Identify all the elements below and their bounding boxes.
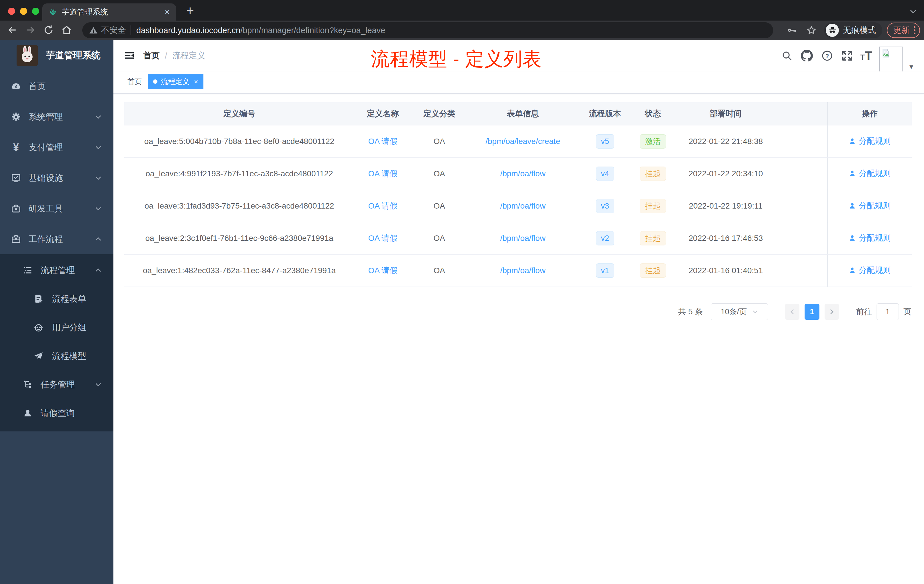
tag-home[interactable]: 首页 (122, 74, 147, 89)
form-link[interactable]: /bpm/oa/leave/create (485, 137, 560, 146)
window-controls[interactable] (8, 8, 39, 15)
definition-category: OA (411, 125, 467, 157)
tab-search-chevron-icon[interactable] (909, 7, 917, 15)
browser-tab[interactable]: 芋道管理系统 × (42, 3, 176, 21)
form-link[interactable]: /bpm/oa/flow (500, 201, 546, 210)
window-minimize-button[interactable] (20, 8, 27, 15)
definition-name-link[interactable]: OA 请假 (368, 137, 398, 146)
sidebar-item-home[interactable]: 首页 (0, 71, 114, 101)
definition-id: oa_leave:4:991f2193-7b7f-11ec-a3c8-acde4… (124, 157, 354, 190)
sidebar-item-workflow[interactable]: 工作流程 (0, 224, 114, 254)
home-icon[interactable] (61, 25, 72, 35)
sidebar-item-user-group[interactable]: 用户分组 (0, 313, 114, 342)
assign-rule-link[interactable]: 分配规则 (848, 136, 891, 147)
address-bar[interactable]: 不安全 dashboard.yudao.iocoder.cn/bpm/manag… (82, 22, 773, 38)
user-avatar[interactable] (879, 46, 903, 73)
sidebar-item-task-management[interactable]: 任务管理 (0, 370, 114, 399)
chevron-left-icon (789, 308, 796, 315)
deploy-time: 2022-01-16 17:46:53 (674, 222, 777, 254)
status-badge: 激活 (640, 134, 666, 148)
pagination-total: 共 5 条 (678, 306, 703, 317)
paper-plane-icon (34, 351, 43, 361)
goto-label: 前往 (856, 306, 872, 317)
version-badge: v1 (596, 264, 614, 278)
tags-view-bar: 首页 流程定义 × (114, 71, 924, 94)
svg-text:?: ? (825, 53, 829, 59)
assign-rule-link[interactable]: 分配规则 (848, 200, 891, 211)
sidebar-item-devtools[interactable]: 研发工具 (0, 193, 114, 224)
user-icon (848, 267, 856, 274)
sidebar-item-system[interactable]: 系统管理 (0, 101, 114, 132)
font-size-icon[interactable]: TT (860, 49, 872, 63)
definition-name-link[interactable]: OA 请假 (368, 234, 398, 243)
forward-icon[interactable] (25, 25, 36, 35)
sidebar-item-payment[interactable]: ¥ 支付管理 (0, 132, 114, 163)
robot-face-icon (34, 323, 43, 332)
tag-process-definition[interactable]: 流程定义 × (148, 74, 203, 89)
tab-close-icon[interactable]: × (165, 7, 170, 17)
logo-rabbit-avatar (16, 45, 38, 66)
form-link[interactable]: /bpm/oa/flow (500, 234, 546, 243)
sidebar-fold-icon[interactable] (124, 50, 135, 61)
back-icon[interactable] (7, 25, 18, 35)
new-tab-button[interactable]: + (186, 3, 194, 18)
form-edit-icon (34, 294, 43, 304)
password-key-icon[interactable] (786, 25, 797, 35)
tab-title: 芋道管理系统 (62, 7, 162, 17)
definition-name-link[interactable]: OA 请假 (368, 201, 398, 210)
avatar-caret-down-icon[interactable]: ▾ (909, 62, 913, 71)
omnibox-divider (130, 25, 131, 35)
user-icon (848, 234, 856, 242)
goto-page-input[interactable] (876, 304, 899, 320)
col-form-info: 表单信息 (467, 102, 579, 125)
url-domain: dashboard.yudao.iocoder.cn (136, 26, 240, 35)
chevron-up-icon (94, 267, 102, 274)
page-unit-label: 页 (903, 306, 911, 317)
col-actions: 操作 (827, 102, 912, 125)
definition-id: oa_leave:2:3c1f0ef1-76b1-11ec-9c66-a2380… (124, 222, 354, 254)
form-link[interactable]: /bpm/oa/flow (500, 169, 546, 178)
chevron-down-icon (94, 205, 102, 212)
github-icon[interactable] (801, 50, 813, 62)
definition-name-link[interactable]: OA 请假 (368, 266, 398, 275)
bookmark-star-icon[interactable] (806, 25, 817, 35)
search-icon[interactable] (781, 50, 792, 61)
page-number-1[interactable]: 1 (805, 304, 819, 320)
sidebar-logo[interactable]: 芋道管理系统 (0, 40, 114, 71)
sidebar-item-process-model[interactable]: 流程模型 (0, 342, 114, 370)
fullscreen-icon[interactable] (842, 50, 853, 61)
assign-rule-link[interactable]: 分配规则 (848, 265, 891, 276)
assign-rule-link[interactable]: 分配规则 (848, 233, 891, 243)
sidebar-item-leave-query[interactable]: 请假查询 (0, 399, 114, 427)
url-path: /bpm/manager/definition?key=oa_leave (240, 26, 385, 35)
assign-rule-link[interactable]: 分配规则 (848, 168, 891, 179)
definition-category: OA (411, 222, 467, 254)
toolbox-icon (11, 203, 21, 214)
reload-icon[interactable] (43, 25, 54, 35)
update-label: 更新 (893, 25, 910, 36)
not-secure-warning-icon (89, 26, 98, 35)
next-page-button[interactable] (825, 304, 839, 320)
incognito-icon (826, 24, 839, 37)
sidebar-item-process-form[interactable]: 流程表单 (0, 285, 114, 313)
window-close-button[interactable] (8, 8, 15, 15)
definition-id: oa_leave:5:004b710b-7b8a-11ec-8ef0-acde4… (124, 125, 354, 157)
security-label[interactable]: 不安全 (101, 25, 126, 36)
page-size-select[interactable]: 10条/页 (711, 304, 768, 320)
chevron-down-icon (94, 381, 102, 388)
dashboard-icon (11, 81, 21, 91)
prev-page-button[interactable] (785, 304, 799, 320)
browser-menu-update-button[interactable]: 更新 (887, 23, 920, 38)
table-row: oa_leave:2:3c1f0ef1-76b1-11ec-9c66-a2380… (124, 222, 912, 254)
col-definition-name: 定义名称 (354, 102, 411, 125)
form-link[interactable]: /bpm/oa/flow (500, 266, 546, 275)
definition-name-link[interactable]: OA 请假 (368, 169, 398, 178)
window-zoom-button[interactable] (32, 8, 39, 15)
sidebar-item-infrastructure[interactable]: 基础设施 (0, 163, 114, 193)
incognito-badge: 无痕模式 (824, 22, 882, 38)
tag-close-icon[interactable]: × (194, 78, 198, 86)
gear-icon (11, 112, 21, 122)
sidebar-item-process-management[interactable]: 流程管理 (0, 256, 114, 285)
help-question-icon[interactable]: ? (822, 50, 833, 61)
breadcrumb-home[interactable]: 首页 (143, 50, 160, 61)
